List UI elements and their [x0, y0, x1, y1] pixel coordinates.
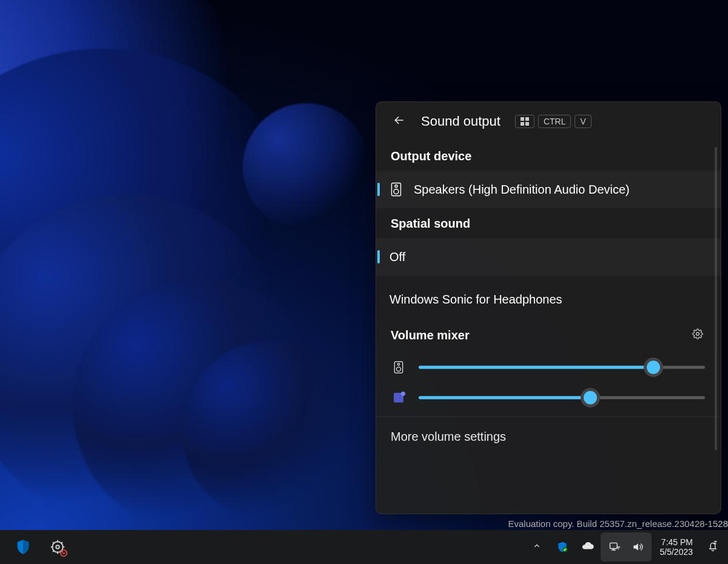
windows-key-icon [515, 115, 534, 128]
clock-date: 5/5/2023 [660, 547, 693, 557]
mixer-settings-button[interactable] [689, 327, 706, 344]
output-device-option[interactable]: Speakers (High Definition Audio Device) [376, 171, 721, 208]
section-label: Volume mixer [391, 328, 470, 342]
desktop-watermark: Evaluation copy. Build 25357.zn_release.… [508, 518, 729, 529]
svg-point-7 [394, 189, 399, 194]
svg-rect-4 [525, 122, 529, 126]
svg-point-8 [696, 332, 699, 335]
svg-point-11 [396, 367, 400, 372]
section-label: Spatial sound [391, 217, 470, 231]
svg-rect-16 [610, 543, 617, 548]
popup-title: Sound output [421, 114, 500, 129]
windows-security-taskbar-icon[interactable] [15, 539, 32, 556]
network-tray-icon [603, 532, 626, 562]
section-volume-mixer: Volume mixer [376, 318, 721, 351]
section-label: Output device [391, 149, 471, 163]
speaker-icon [392, 361, 405, 374]
bell-snooze-icon [707, 540, 719, 554]
taskbar-clock[interactable]: 7:45 PM 5/5/2023 [652, 537, 702, 557]
option-label: Windows Sonic for Headphones [389, 293, 562, 307]
svg-point-13 [56, 545, 59, 549]
tray-overflow-button[interactable] [524, 532, 550, 562]
option-label: Off [389, 250, 405, 264]
section-spatial-sound: Spatial sound [376, 208, 721, 238]
svg-rect-3 [521, 122, 524, 126]
mixer-channel-system [392, 352, 705, 382]
sound-output-popup: Sound output CTRL V Output device Speake… [376, 101, 721, 514]
quick-settings-button[interactable] [601, 532, 652, 562]
svg-point-10 [397, 363, 400, 365]
link-label: More volume settings [391, 430, 506, 444]
volume-slider-teams[interactable] [419, 391, 705, 404]
more-volume-settings-link[interactable]: More volume settings [376, 416, 721, 457]
shortcut-hint: CTRL V [515, 115, 592, 128]
gear-icon [692, 328, 703, 342]
cloud-icon [581, 539, 595, 555]
onedrive-tray-icon[interactable] [575, 532, 601, 562]
svg-point-17 [618, 549, 619, 550]
section-output-device: Output device [376, 141, 721, 171]
mixer-channel-teams [392, 382, 705, 413]
shortcut-key-ctrl: CTRL [538, 115, 571, 128]
volume-slider-system[interactable] [419, 361, 705, 374]
arrow-left-icon [393, 114, 405, 129]
speaker-icon [389, 182, 403, 197]
clock-time: 7:45 PM [660, 537, 693, 547]
taskbar: 7:45 PM 5/5/2023 [0, 530, 728, 564]
spatial-sound-option-off[interactable]: Off [376, 238, 721, 276]
chevron-up-icon [533, 542, 541, 552]
notification-center-button[interactable] [701, 532, 724, 562]
svg-rect-1 [521, 117, 524, 121]
volume-tray-icon [626, 532, 649, 562]
svg-point-6 [395, 185, 397, 188]
security-tray-icon[interactable] [550, 532, 575, 562]
output-device-label: Speakers (High Definition Audio Device) [414, 183, 630, 197]
shortcut-key-v: V [575, 115, 591, 128]
svg-rect-2 [525, 117, 529, 121]
spatial-sound-option-sonic[interactable]: Windows Sonic for Headphones [376, 280, 721, 318]
back-button[interactable] [388, 110, 410, 132]
settings-dev-taskbar-icon[interactable] [49, 538, 67, 556]
teams-icon [392, 393, 405, 403]
